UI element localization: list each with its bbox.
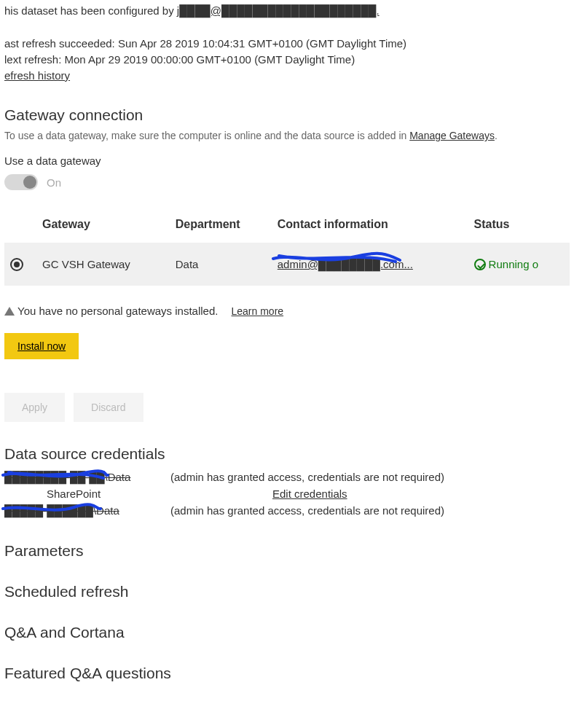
gateway-hint: To use a data gateway, make sure the com… <box>4 130 570 141</box>
credentials-table: ████████-██-██\Data (admin has granted a… <box>4 469 570 519</box>
warning-icon <box>4 307 15 316</box>
col-gateway: Gateway <box>36 211 170 243</box>
col-department: Department <box>170 211 272 243</box>
install-now-button[interactable]: Install now <box>4 333 79 359</box>
refresh-history-link[interactable]: efresh history <box>4 69 70 82</box>
gateway-contact: admin@████████.com... <box>278 258 413 270</box>
qna-cortana-heading: Q&A and Cortana <box>4 624 570 641</box>
credential-note: (admin has granted access, credentials a… <box>170 504 444 517</box>
parameters-heading: Parameters <box>4 542 570 560</box>
credential-row: SharePoint Edit credentials <box>4 485 570 502</box>
gateway-status: Running o <box>489 258 538 270</box>
status-check-icon <box>474 259 486 270</box>
credential-row: ████████-██-██\Data (admin has granted a… <box>4 469 570 485</box>
configured-prefix: his dataset has been configured by <box>4 4 177 17</box>
gateway-name: GC VSH Gateway <box>36 243 170 286</box>
personal-gateway-warning: You have no personal gateways installed. <box>4 305 218 317</box>
col-contact: Contact information <box>272 211 468 243</box>
credential-row: █████-██████\Data (admin has granted acc… <box>4 502 570 519</box>
toggle-state-label: On <box>47 176 61 189</box>
discard-button[interactable]: Discard <box>74 393 143 422</box>
configured-by-email: j████@████████████████████. <box>177 4 380 17</box>
gateway-row[interactable]: GC VSH Gateway Data admin@████████.com..… <box>4 243 570 286</box>
edit-credentials-link[interactable]: Edit credentials <box>272 488 347 500</box>
gateway-table: Gateway Department Contact information S… <box>4 211 570 286</box>
use-gateway-toggle[interactable] <box>4 174 38 190</box>
apply-button[interactable]: Apply <box>4 393 65 422</box>
credential-name: SharePoint <box>4 488 150 500</box>
toggle-knob-icon <box>23 176 36 189</box>
data-source-credentials-heading: Data source credentials <box>4 445 570 463</box>
gateway-connection-heading: Gateway connection <box>4 106 570 124</box>
use-gateway-label: Use a data gateway <box>4 154 570 167</box>
credential-name: ████████-██-██\Data <box>4 471 150 483</box>
gateway-radio[interactable] <box>10 258 23 271</box>
dataset-configured-line: his dataset has been configured by j████… <box>4 4 570 17</box>
last-refresh-text: ast refresh succeeded: Sun Apr 28 2019 1… <box>4 36 570 52</box>
col-status: Status <box>468 211 570 243</box>
featured-qna-heading: Featured Q&A questions <box>4 665 570 682</box>
credential-name: █████-██████\Data <box>4 504 150 517</box>
credential-note: (admin has granted access, credentials a… <box>170 471 444 483</box>
next-refresh-text: lext refresh: Mon Apr 29 2019 00:00:00 G… <box>4 52 570 68</box>
gateway-department: Data <box>170 243 272 286</box>
learn-more-link[interactable]: Learn more <box>231 305 283 317</box>
manage-gateways-link[interactable]: Manage Gateways <box>409 130 495 141</box>
scheduled-refresh-heading: Scheduled refresh <box>4 583 570 600</box>
